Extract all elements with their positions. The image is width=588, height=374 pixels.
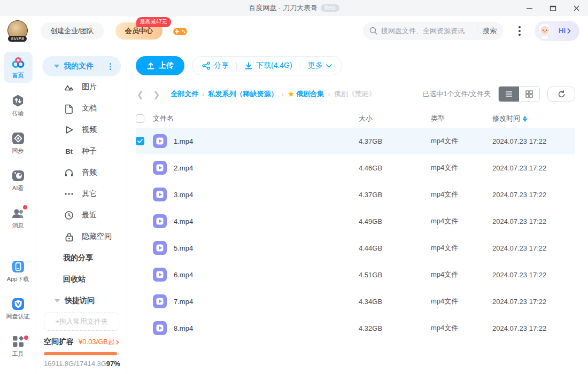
window-title: 百度网盘 · 刀刀大表哥 [249,3,318,13]
sidebar-item-my-shares[interactable]: 我的分享 [36,247,127,269]
back-button[interactable]: ❮ [136,90,145,98]
search-input[interactable] [381,27,471,35]
table-row[interactable]: 3.mp4 4.37GB mp4文件 2024.07.23 17:22 [136,181,575,208]
vip-discount-badge: 最高减47元 [136,17,171,27]
sidebar-item-images[interactable]: 图片 [36,76,127,98]
sidebar-item-documents[interactable]: 文档 [36,98,127,119]
table-row[interactable]: 8.mp4 4.32GB mp4文件 2024.07.23 17:22 [136,315,575,341]
upload-button[interactable]: 上传 [136,56,184,75]
video-file-icon [153,268,167,282]
sidebar-item-videos[interactable]: 视频 [36,119,127,141]
rail-item-home[interactable]: 首页 [4,52,33,83]
transfer-icon [11,94,25,107]
sidebar-item-quick-access[interactable]: 快捷访问 [36,290,127,311]
sync-icon [12,132,25,145]
notification-dot [24,336,28,340]
breadcrumb-current: 俄剧《荒诞》 [334,89,376,99]
image-icon [63,82,75,92]
table-row[interactable]: 1.mp4 4.37GB mp4文件 2024.07.23 17:22 [136,128,575,154]
share-button[interactable]: 分享 [195,61,236,71]
video-file-icon [153,321,167,335]
profile-button[interactable]: Hi [535,21,579,41]
sort-icon[interactable] [523,116,527,122]
rail-item-app-download[interactable]: App下载 [4,256,33,286]
storage-panel: 空间扩容 ¥0.03/GB起 16911.8G/17414.3G97% [36,337,127,374]
breadcrumb-collection-folder[interactable]: 俄剧合集 [296,89,324,99]
left-rail: 首页 传输 同步 AI看 消息 App下载 [0,45,36,374]
bt-icon: Bt [63,147,75,155]
video-file-icon [153,214,167,228]
ellipsis-icon [63,192,75,196]
gamepad-icon [172,24,188,38]
chevron-down-icon [54,65,59,68]
table-row[interactable]: 4.mp4 4.49GB mp4文件 2024.07.23 17:22 [136,208,575,235]
sidebar-item-audio[interactable]: 音频 [36,162,127,183]
topbar: SVIP8 创建企业/团队 会员中心 最高减47元 搜索 Hi [0,16,588,45]
video-file-icon [153,161,167,175]
storage-expand-link[interactable]: 空间扩容 [44,337,74,347]
table-row[interactable]: 2.mp4 4.46GB mp4文件 2024.07.23 17:22 [136,154,575,181]
grid-view-icon [525,90,533,98]
table-header: 文件名 大小 类型 修改时间 [136,110,575,128]
video-file-icon [153,188,167,201]
column-header-size[interactable]: 大小 [359,114,431,123]
sidebar-item-recent[interactable]: 最近 [36,205,127,226]
games-button[interactable] [172,24,188,38]
star-icon: ★ [288,89,295,99]
notification-dot [23,205,27,209]
create-team-button[interactable]: 创建企业/团队 [41,22,104,40]
column-header-time[interactable]: 修改时间 [492,114,575,123]
app-window: 百度网盘 · 刀刀大表哥 Beta SVIP8 创建企业/团队 会员中心 最高减… [0,0,588,374]
rail-item-tools[interactable]: 工具 [4,331,33,361]
grid-view-button[interactable] [519,87,539,102]
row-checkbox[interactable] [136,137,144,145]
messages-icon [11,207,25,220]
download-icon [244,61,253,70]
table-row[interactable]: 6.mp4 4.51GB mp4文件 2024.07.23 17:22 [136,261,575,288]
breadcrumb: 全部文件 › 私发系列（稀缺资源） › ★ 俄剧合集 › 俄剧《荒诞》 [171,89,375,99]
forward-button[interactable]: ❯ [152,90,161,98]
more-menu-button[interactable] [512,22,528,40]
rail-item-sync[interactable]: 同步 [4,128,33,158]
more-button[interactable]: 更多 [300,61,339,71]
chevron-right-icon [116,340,119,345]
divider [477,27,477,35]
sidebar-item-others[interactable]: 其它 [36,183,127,205]
storage-price-link[interactable]: ¥0.03/GB起 [79,337,119,347]
table-row[interactable]: 7.mp4 4.34GB mp4文件 2024.07.23 17:22 [136,288,575,315]
share-icon [202,61,211,70]
rail-item-ai-view[interactable]: AI看 [4,166,33,196]
storage-progress-fill [44,352,117,355]
breadcrumb-all-files[interactable]: 全部文件 [171,89,198,99]
rail-item-verification[interactable]: 网盘认证 [4,294,33,324]
account-avatar[interactable]: SVIP8 [7,20,29,42]
search-submit-button[interactable]: 搜索 [483,26,497,36]
sidebar-item-torrents[interactable]: Bt 种子 [36,141,127,162]
sidebar-item-recycle-bin[interactable]: 回收站 [36,269,127,290]
rail-item-transfer[interactable]: 传输 [4,90,33,121]
my-files-menu-button[interactable] [106,61,114,72]
column-header-name[interactable]: 文件名 [153,114,359,123]
list-view-icon [505,91,513,97]
greeting-text: Hi [559,27,566,35]
refresh-button[interactable] [547,87,575,102]
search-box[interactable]: 搜索 [363,22,503,40]
refresh-icon [558,90,566,98]
netdisk-logo-icon [11,56,25,69]
breadcrumb-series-folder[interactable]: 私发系列（稀缺资源） [208,89,278,99]
download-button[interactable]: 下载(4.4G) [237,61,300,71]
select-all-checkbox[interactable] [136,114,144,123]
table-row[interactable]: 5.mp4 4.44GB mp4文件 2024.07.23 17:22 [136,235,575,261]
headphones-icon [63,168,75,177]
titlebar: 百度网盘 · 刀刀大表哥 Beta [0,0,588,16]
upload-icon [146,61,155,70]
rail-item-messages[interactable]: 消息 [4,203,33,233]
document-icon [63,104,75,114]
list-view-button[interactable] [499,87,519,102]
column-header-type[interactable]: 类型 [431,114,492,123]
drop-folder-hint[interactable]: +拖入常用文件夹 [44,313,119,331]
sidebar-item-hidden-space[interactable]: 隐藏空间 [36,226,127,247]
sidebar-item-my-files[interactable]: 我的文件 [42,56,121,76]
chevron-down-icon [55,299,60,302]
sidebar: 我的文件 图片 文档 视频 Bt 种子 音频 [36,45,127,374]
